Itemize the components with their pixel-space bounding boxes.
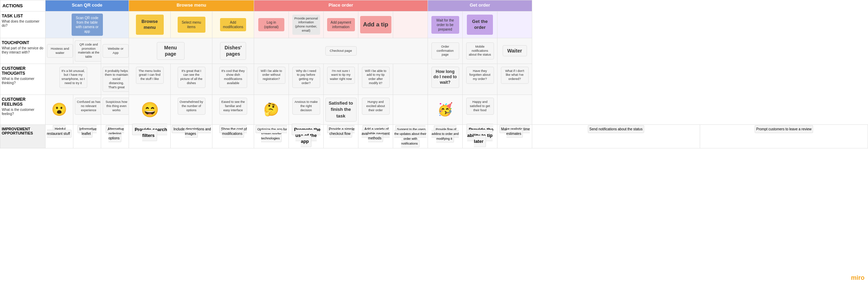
task-list-header: TASK LIST What does the customer do? — [0, 11, 46, 38]
task-browse-cell-3: Add modifications — [212, 11, 254, 38]
thoughts-scan-1: It's a bit unusual, but I have my smartp… — [46, 64, 101, 95]
thoughts-place-card-4: Will I be able to add to my tip order af… — [362, 67, 390, 88]
task-browse-card-3: Add modifications — [220, 18, 246, 31]
improve-browse-2: Include descriptions and images — [171, 124, 212, 148]
improve-place-card-7: Provide the ability to tip later — [467, 124, 494, 147]
touch-scan-1: Hostess and waiter — [46, 38, 73, 64]
feelings-scan-card-1: Confused as has no relevant experience — [75, 98, 103, 115]
thoughts-header: CUSTOMER THOUGHTS What is the customer t… — [0, 64, 46, 95]
task-get-cell-3 — [497, 11, 532, 38]
improve-place-card-2: Promote the use of the app — [292, 124, 321, 147]
touch-get-card-3: Waiter — [503, 45, 527, 56]
thoughts-scan-card-1: It's a bit unusual, but I have my smartp… — [59, 67, 87, 88]
improve-scan-card-2: Informative leaflet — [78, 125, 96, 138]
thoughts-get-3: What if I don't like what I've ordered? — [497, 64, 532, 95]
task-browse-cell-2: Select menu items — [171, 11, 212, 38]
place-emoji: 🤔 — [255, 102, 287, 117]
touchpoint-row: TOUCHPOINT What part of the service do t… — [0, 38, 868, 64]
improve-place-card-1: Optimize the app for screen reader techn… — [255, 125, 287, 142]
feelings-browse-2: Eased to see the familiar and easy inter… — [212, 95, 254, 125]
thoughts-browse-2: It's great that I can see the picture of… — [171, 64, 212, 95]
task-place-cell-5 — [393, 11, 428, 38]
task-place-card-4: Add a tip — [360, 16, 391, 33]
improve-place-7: Provide the ability to tip later — [463, 124, 497, 148]
thoughts-get-card-3: What if I don't like what I've ordered? — [501, 67, 529, 84]
touch-browse-card-1: Menu page — [157, 42, 185, 59]
improve-get-card-2: Send notifications about the status — [588, 125, 644, 133]
task-place-cell-4: Add a tip — [358, 11, 393, 38]
actions-header: ACTIONS — [0, 0, 46, 11]
task-get-cell-1: Wait for the order to be prepared — [428, 11, 463, 38]
scan-emoji: 😮 — [47, 102, 72, 117]
touch-scan-2: QR code and promotion materials at the t… — [73, 38, 101, 64]
improve-place-card-5: Suggest to the users the updates about t… — [394, 125, 426, 147]
browse-emoji: 😄 — [130, 101, 169, 118]
feelings-get-1: Happy and satisfied to get their food — [463, 95, 497, 125]
section-scan-header: Scan QR code — [46, 0, 129, 11]
task-browse-card-1: Browse menu — [136, 15, 164, 35]
feelings-scan-card-2: Suspicious how this thing even works — [103, 98, 130, 115]
touch-get-card-1: Order confirmation page — [431, 42, 459, 59]
improve-place-5: Suggest to the users the updates about t… — [393, 124, 428, 148]
feelings-place-card-1: Anxious to make the right decision — [292, 98, 320, 115]
thoughts-get-card-2: Have they forgotten about my order? — [466, 67, 494, 84]
thoughts-place-2: Why do I need to pay before getting my o… — [289, 64, 324, 95]
thoughts-place-card-2: Why do I need to pay before getting my o… — [292, 67, 320, 88]
thoughts-get-1: How long do I need to wait? — [428, 64, 463, 95]
improve-scan-card-3: Alternative ordering options — [106, 125, 124, 142]
thoughts-place-card-3: I'm not sure I want to tip my waiter rig… — [327, 67, 355, 84]
feelings-get-emoji: 🥳 — [428, 95, 463, 125]
task-get-card-2: Get the order — [467, 15, 493, 35]
task-place-cell-1: Log in (optional) — [254, 11, 289, 38]
touch-get-2: Mobile notifications about the status — [463, 38, 497, 64]
task-place-card-3: Add payment information — [327, 18, 355, 31]
feelings-place-emoji: 🤔 — [254, 95, 289, 125]
task-place-cell-3: Add payment information — [324, 11, 358, 38]
improve-row: IMPROVEMENT OPPORTUNITIES Helpful restau… — [0, 124, 868, 148]
section-browse-header: Browse menu — [129, 0, 254, 11]
thoughts-place-card-1: Will I be able to order without registra… — [258, 67, 285, 84]
task-browse-cell-1: Browse menu — [129, 11, 171, 38]
feelings-place-card-3: Hungry and excited about their order — [362, 98, 390, 115]
touch-get-3: Waiter — [497, 38, 532, 64]
improve-place-3: Provide a simple checkout flow — [324, 124, 358, 148]
feelings-row: CUSTOMER FEELINGS What is the customer f… — [0, 95, 868, 125]
touch-get-card-2: Mobile notifications about the status — [466, 42, 494, 59]
thoughts-browse-card-3: It's cool that they show dish modificati… — [219, 67, 247, 88]
feelings-get-card-1: Happy and satisfied to get their food — [466, 98, 494, 115]
thoughts-browse-3: It's cool that they show dish modificati… — [212, 64, 254, 95]
thoughts-browse-card-1: The menu looks great! I can find the stu… — [136, 67, 164, 84]
feelings-get-3 — [497, 95, 532, 125]
feelings-browse-card-2: Eased to see the familiar and easy inter… — [219, 98, 247, 115]
thoughts-place-5 — [393, 64, 428, 95]
task-scan-cell: Scan QR code from the table with camera … — [46, 11, 129, 38]
feelings-browse-emoji: 😄 — [129, 95, 171, 125]
touch-place-1: Checkout page — [254, 38, 428, 64]
feelings-place-card-2: Satisfied to finish the task — [325, 98, 357, 122]
feelings-scan-2: Suspicious how this thing even works — [101, 95, 129, 125]
task-get-cell-2: Get the order — [463, 11, 497, 38]
improve-scan-3: Alternative ordering options — [101, 124, 129, 148]
touch-scan-3: Website or App — [101, 38, 129, 64]
thoughts-browse-1: The menu looks great! I can find the stu… — [129, 64, 171, 95]
task-get-card-1: Wait for the order to be prepared — [431, 16, 459, 34]
improve-get-2: Send notifications about the status — [532, 124, 700, 148]
feelings-place-1: Anxious to make the right decision — [289, 95, 324, 125]
improve-browse-card-2: Include descriptions and images — [172, 125, 211, 138]
thoughts-place-1: Will I be able to order without registra… — [254, 64, 289, 95]
feelings-scan-1: Confused as has no relevant experience — [73, 95, 101, 125]
touch-browse-2: Dishes' pages — [212, 38, 254, 64]
improve-place-4: Add a variety of available payment metho… — [358, 124, 393, 148]
improve-place-card-4: Add a variety of available payment metho… — [362, 125, 390, 142]
thoughts-get-card-1: How long do I need to wait? — [431, 67, 459, 88]
thoughts-browse-card-2: It's great that I can see the picture of… — [178, 67, 205, 88]
improve-scan-1: Helpful restaurant stuff — [46, 124, 73, 148]
feelings-place-5 — [393, 95, 428, 125]
touch-scan-card-2: QR code and promotion materials at the t… — [75, 40, 103, 62]
touch-scan-card-3: Website or App — [103, 44, 129, 58]
improve-place-2: Promote the use of the app — [289, 124, 324, 148]
improve-header: IMPROVEMENT OPPORTUNITIES — [0, 124, 46, 148]
touchpoint-header: TOUCHPOINT What part of the service do t… — [0, 38, 46, 64]
touch-browse-card-2: Dishes' pages — [220, 42, 246, 59]
improve-get-card-3: Prompt customers to leave a review — [755, 125, 813, 133]
